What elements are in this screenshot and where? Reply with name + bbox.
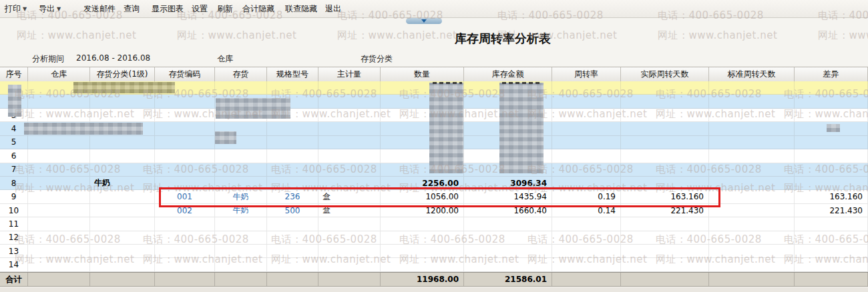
total-cell-qty: 11968.00 <box>381 273 464 286</box>
cell-unit <box>318 231 381 244</box>
cell-unit <box>318 95 381 107</box>
watermark-site: 网址：www.chanjet.net <box>177 29 296 42</box>
total-cell-name <box>215 273 267 286</box>
cell-spec <box>267 81 318 94</box>
redacted-number-fragment <box>433 82 462 84</box>
dropdown-caret-icon: ▼ <box>23 6 27 12</box>
total-cell-rate <box>552 273 621 286</box>
cell-rate <box>552 122 621 135</box>
cell-actual_days <box>621 217 709 230</box>
cell-unit <box>318 81 381 94</box>
cell-diff <box>795 136 868 149</box>
inventory-turnover-report-window: 打印▼导出▼发送邮件查询显示图表设置刷新合计隐藏联查隐藏退出 库存周转率分析表 … <box>0 0 868 292</box>
total-cell-warehouse <box>28 273 90 286</box>
cell-std_days <box>709 217 795 230</box>
warehouse-label: 仓库 <box>217 53 233 65</box>
column-header-name[interactable]: 存货 <box>215 67 267 82</box>
redaction-block <box>73 82 175 93</box>
cell-warehouse <box>28 245 90 257</box>
cell-warehouse <box>28 258 90 271</box>
total-cell-category <box>90 273 155 286</box>
red-highlight-box <box>159 187 720 207</box>
cell-warehouse <box>28 136 90 149</box>
toolbar-button-hide-total[interactable]: 合计隐藏 <box>242 3 274 15</box>
cell-code <box>155 149 215 162</box>
cell-std_days <box>709 109 795 121</box>
column-header-diff[interactable]: 差异 <box>795 67 868 82</box>
cell-std_days <box>709 122 795 135</box>
cell-diff: 221.430 <box>795 204 868 217</box>
total-cell-code <box>155 273 215 286</box>
redaction-block <box>215 131 236 144</box>
column-header-qty[interactable]: 数量 <box>381 67 464 82</box>
cell-unit <box>318 217 381 230</box>
cell-diff <box>795 177 868 189</box>
cell-diff <box>795 163 868 176</box>
total-cell-amount: 21586.01 <box>464 273 552 286</box>
toolbar-button-hide-linkquery[interactable]: 联查隐藏 <box>285 3 317 15</box>
column-header-spec[interactable]: 规格型号 <box>267 67 318 82</box>
cell-rate <box>552 258 621 271</box>
cell-num: 11 <box>0 217 28 230</box>
column-header-category[interactable]: 存货分类(1级) <box>90 67 155 82</box>
cell-std_days <box>709 149 795 162</box>
cell-actual_days <box>621 163 709 176</box>
column-header-warehouse[interactable]: 仓库 <box>28 67 90 82</box>
cell-warehouse <box>28 217 90 230</box>
cell-std_days <box>709 177 795 189</box>
cell-code <box>155 258 215 271</box>
watermark-site: 网址：www.chanjet.net <box>337 29 457 42</box>
cell-diff <box>795 109 868 121</box>
cell-rate <box>552 95 621 107</box>
cell-rate <box>552 136 621 149</box>
cell-rate <box>552 149 621 162</box>
column-header-rate[interactable]: 周转率 <box>552 67 621 82</box>
cell-std_days <box>709 204 795 217</box>
cell-rate <box>552 109 621 121</box>
cell-diff <box>795 245 868 257</box>
column-header-unit[interactable]: 主计量 <box>318 67 381 82</box>
table-row-12[interactable]: 12 <box>0 231 868 245</box>
cell-category <box>90 190 155 203</box>
cell-std_days <box>709 95 795 107</box>
watermark-site: 网址：www.chanjet.net <box>658 29 777 42</box>
cell-unit <box>318 149 381 162</box>
table-row-11[interactable]: 11 <box>0 217 868 231</box>
cell-num: 8 <box>0 177 28 189</box>
toolbar-button-query[interactable]: 查询 <box>124 3 140 15</box>
cell-actual_days <box>621 122 709 135</box>
cell-code <box>155 245 215 257</box>
cell-code <box>155 95 215 107</box>
cell-std_days <box>709 231 795 244</box>
toolbar-button-settings[interactable]: 设置 <box>192 3 208 15</box>
toolbar-button-exit[interactable]: 退出 <box>325 3 341 15</box>
toolbar-button-print[interactable]: 打印▼ <box>5 3 27 15</box>
cell-diff <box>795 81 868 94</box>
cell-diff <box>795 217 868 230</box>
cell-category <box>90 95 155 107</box>
cell-diff <box>795 231 868 244</box>
column-header-code[interactable]: 存货编码 <box>155 67 215 82</box>
toolbar-button-send-mail[interactable]: 发送邮件 <box>83 3 116 15</box>
table-row-14[interactable]: 14 <box>0 258 868 271</box>
cell-std_days <box>709 190 795 203</box>
toolbar-button-refresh[interactable]: 刷新 <box>217 3 233 15</box>
cell-spec <box>267 136 318 149</box>
redaction-block <box>24 123 143 135</box>
toolbar-button-export[interactable]: 导出▼ <box>39 3 61 15</box>
column-header-actual_days[interactable]: 实际周转天数 <box>621 67 709 82</box>
column-header-num[interactable]: 序号 <box>0 67 28 82</box>
cell-code <box>155 136 215 149</box>
cell-amount <box>464 217 552 230</box>
cell-warehouse <box>28 204 90 217</box>
cell-unit <box>318 136 381 149</box>
toolbar-button-show-chart[interactable]: 显示图表 <box>152 3 184 15</box>
cell-category <box>90 258 155 271</box>
chevron-down-icon <box>421 19 427 23</box>
period-value[interactable]: 2016.08 - 2016.08 <box>76 53 150 63</box>
column-header-amount[interactable]: 库存金额 <box>464 67 552 82</box>
collapse-panel-button[interactable] <box>406 18 442 24</box>
redaction-block <box>216 98 290 119</box>
table-row-13[interactable]: 13 <box>0 245 868 258</box>
column-header-std_days[interactable]: 标准周转天数 <box>709 67 795 82</box>
